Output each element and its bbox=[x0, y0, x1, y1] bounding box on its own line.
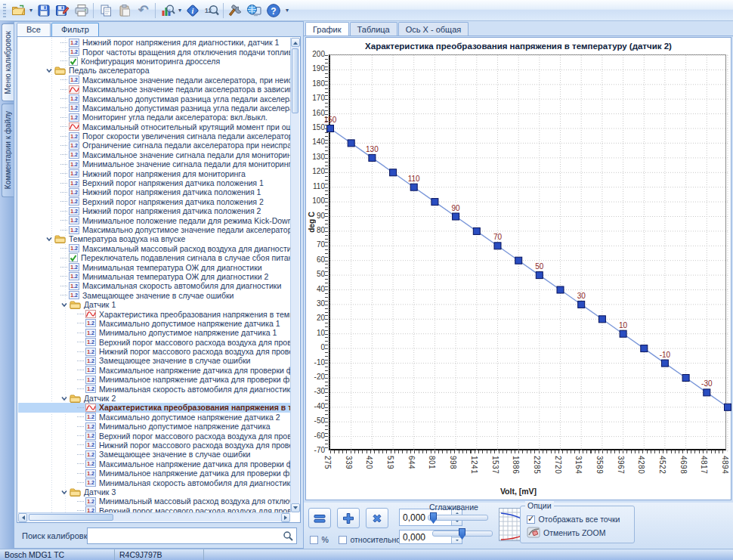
tab-graph[interactable]: График bbox=[305, 22, 349, 36]
percent-checkbox[interactable] bbox=[310, 536, 318, 544]
tree-item[interactable]: 1.2Нижний порог напряжения датчика полож… bbox=[18, 206, 290, 215]
save-as-button[interactable] bbox=[53, 2, 72, 20]
tree-item[interactable]: 1.2Нижний порог напряжения для диагности… bbox=[18, 38, 290, 47]
vtab-file-comments[interactable]: Комментарии к файлу bbox=[2, 104, 14, 196]
vertical-scroll-thumb[interactable] bbox=[292, 48, 298, 113]
expand-chevron-icon[interactable] bbox=[60, 488, 68, 496]
tree-item[interactable]: 1.2Нижний порог напряжения датчика полож… bbox=[18, 187, 290, 196]
tree-item[interactable]: Переключатель подавления сигнала в случа… bbox=[18, 253, 290, 262]
tree-horizontal-scrollbar[interactable] bbox=[18, 512, 290, 521]
chart-plot-area[interactable]: 1501301109070503010-10-30 bbox=[329, 54, 726, 450]
horizontal-scroll-thumb[interactable] bbox=[29, 514, 113, 521]
tree-item[interactable]: 1.2Порог частоты вращения для отключения… bbox=[18, 47, 290, 56]
relative-checkbox[interactable] bbox=[339, 536, 347, 544]
tree-item[interactable]: 1.2Нижний порог массового расхода воздух… bbox=[18, 441, 290, 450]
tab-xaxis-common[interactable]: Ось X - общая bbox=[398, 22, 469, 36]
help-button[interactable]: ? bbox=[264, 2, 283, 20]
vtab-calibration-menu[interactable]: Меню калибровок bbox=[2, 23, 14, 101]
tab-filter[interactable]: Фильтр bbox=[51, 23, 99, 36]
toolbar-overflow-button[interactable]: ▾ bbox=[284, 7, 290, 14]
tree-item[interactable]: 1.2Замещающее значение в случае ошибки bbox=[18, 291, 290, 300]
cancel-zoom-button[interactable]: Отменить ZOOM bbox=[527, 527, 605, 538]
smoothing-slider-1[interactable] bbox=[428, 515, 488, 521]
tree-item[interactable]: 1.2Минимальное напряжение датчика для пр… bbox=[18, 469, 290, 478]
tree-item[interactable]: 1.2Замещающее значение в случае ошибки bbox=[18, 450, 290, 459]
tree-folder[interactable]: Температура воздуха на впуске bbox=[18, 234, 290, 243]
tree-item[interactable]: 1.2Минимально допустимое напряжение датч… bbox=[18, 422, 290, 431]
tree-item[interactable]: 1.2Максимальное напряжение датчика для п… bbox=[18, 366, 290, 375]
tree-item[interactable]: Характеристика преобразования напряжения… bbox=[18, 309, 290, 318]
tree-item[interactable]: Максимальный относительный крутящий моме… bbox=[18, 122, 290, 131]
tree-folder[interactable]: Датчик 3 bbox=[18, 487, 290, 497]
paste-button[interactable] bbox=[115, 2, 134, 20]
tree-item[interactable]: 1.2Максимальная скорость автомобиля для … bbox=[18, 281, 290, 290]
delete-value-button[interactable] bbox=[366, 508, 388, 528]
scroll-right-button[interactable] bbox=[281, 513, 290, 522]
tree-item[interactable]: 1.2Минимальная скорость автомобиля для д… bbox=[18, 384, 290, 393]
tree-folder[interactable]: Датчик 2 bbox=[18, 394, 290, 403]
tree-item[interactable]: 1.2Минимальная скорость автомобиля для д… bbox=[18, 478, 290, 487]
tree-item[interactable]: 1.2Замещающее значение в случае ошибки bbox=[18, 356, 290, 365]
view-data-dropdown[interactable]: ▾ bbox=[177, 7, 183, 14]
tree-folder[interactable]: Датчик 1 bbox=[18, 300, 290, 309]
tree-item[interactable]: 1.2Верхний порог напряжения датчика поло… bbox=[18, 197, 290, 206]
tree-item[interactable]: 1.2Верхний порог массового расхода возду… bbox=[18, 431, 290, 440]
tree-item[interactable]: 1.2Минимальное значение сигнала педали д… bbox=[18, 159, 290, 169]
tree-item[interactable]: 1.2Верхний порог напряжения датчика поло… bbox=[18, 178, 290, 187]
expand-chevron-icon[interactable] bbox=[45, 67, 53, 74]
tree-item[interactable]: 1.2Мониторинг угла педали акселератора: … bbox=[18, 113, 290, 122]
tree-item[interactable]: 1.2Максимальное значение сигнала педали … bbox=[18, 150, 290, 159]
tree-item[interactable]: 1.2Минимальное положение педали для режи… bbox=[18, 215, 290, 224]
info-button[interactable]: i bbox=[183, 2, 202, 20]
view-data-button[interactable] bbox=[158, 2, 177, 20]
tab-all[interactable]: Все bbox=[17, 23, 51, 36]
tree-item[interactable]: Конфигурация мониторинга дросселя bbox=[18, 57, 290, 66]
tree-item[interactable]: 1.2Максимально допустимое значение педал… bbox=[18, 225, 290, 234]
tree-item[interactable]: 1.2Минимальный массовый расход воздуха д… bbox=[18, 497, 290, 506]
tree-item[interactable]: 1.2Минимально допустимое напряжение датч… bbox=[18, 328, 290, 337]
tree-item[interactable]: 1.2Максимально допустимое напряжение дат… bbox=[18, 413, 290, 422]
tree-vertical-scrollbar[interactable] bbox=[290, 38, 299, 512]
set-equal-button[interactable] bbox=[308, 508, 331, 528]
tree-item[interactable]: 1.2Максимальное напряжение датчика для п… bbox=[18, 459, 290, 469]
tree-item[interactable]: 1.2Нижний порог напряжения для мониторин… bbox=[18, 169, 290, 178]
tree-item[interactable]: 1.2Максимально допустимая разница угла п… bbox=[18, 104, 290, 113]
tree-item[interactable]: 1.2Максимальный массовый расход воздуха … bbox=[18, 244, 290, 253]
add-value-button[interactable] bbox=[337, 508, 360, 528]
tree-item[interactable]: 1.2Максимально допустимая разница угла п… bbox=[18, 94, 290, 103]
spin-down-button[interactable] bbox=[451, 537, 462, 544]
save-button[interactable] bbox=[34, 2, 53, 20]
search-icon[interactable] bbox=[283, 531, 294, 542]
tree-item[interactable]: 1.2Максимально допустимое напряжение дат… bbox=[18, 319, 290, 328]
tree-item[interactable]: 1.2Максимальное значение педали акселера… bbox=[18, 76, 290, 85]
tree-item[interactable]: 1.2Минимальное напряжение датчика для пр… bbox=[18, 375, 290, 384]
toolbar-grip[interactable] bbox=[3, 4, 6, 17]
scroll-down-button[interactable] bbox=[291, 503, 300, 512]
tree-item[interactable]: 1.2Ограничение сигнала педали акселерато… bbox=[18, 141, 290, 150]
tree-item[interactable]: 1.2Минимальная температура ОЖ для диагно… bbox=[18, 272, 290, 281]
tree-item[interactable]: Максимальное значение педали акселератор… bbox=[18, 85, 290, 94]
scroll-up-button[interactable] bbox=[291, 38, 300, 47]
scroll-left-button[interactable] bbox=[18, 513, 27, 522]
show-all-points-checkbox[interactable] bbox=[527, 515, 535, 524]
print-button[interactable] bbox=[72, 2, 91, 20]
smoothing-slider-2[interactable] bbox=[432, 531, 493, 537]
tree-item[interactable]: 1.2Порог скорости увеличения сигнала пед… bbox=[18, 131, 290, 141]
online-connection-button[interactable] bbox=[245, 2, 264, 20]
tree-folder[interactable]: Педаль акселератора bbox=[18, 66, 290, 75]
copy-button[interactable] bbox=[96, 2, 115, 20]
undo-button[interactable]: ↶ bbox=[134, 2, 153, 20]
expand-chevron-icon[interactable] bbox=[60, 394, 68, 402]
tools-button[interactable] bbox=[226, 2, 245, 20]
tree-item[interactable]: 1.2Нижний порог массового расхода воздух… bbox=[18, 347, 290, 356]
tree-item[interactable]: 1.2Минимальная температура ОЖ для диагно… bbox=[18, 262, 290, 271]
search-input[interactable] bbox=[89, 529, 280, 543]
tab-table[interactable]: Таблица bbox=[350, 22, 397, 36]
open-file-button[interactable] bbox=[9, 2, 28, 20]
expand-chevron-icon[interactable] bbox=[45, 235, 53, 243]
expand-chevron-icon[interactable] bbox=[60, 301, 68, 308]
tree-item[interactable]: 1.2Верхний порог массового расхода возду… bbox=[18, 338, 290, 347]
tree-item[interactable]: 1.2Верхний порог массового расхода возду… bbox=[18, 506, 290, 512]
open-file-dropdown[interactable]: ▾ bbox=[28, 7, 34, 14]
tree-item[interactable]: Характеристика преобразования напряжения… bbox=[18, 403, 290, 412]
